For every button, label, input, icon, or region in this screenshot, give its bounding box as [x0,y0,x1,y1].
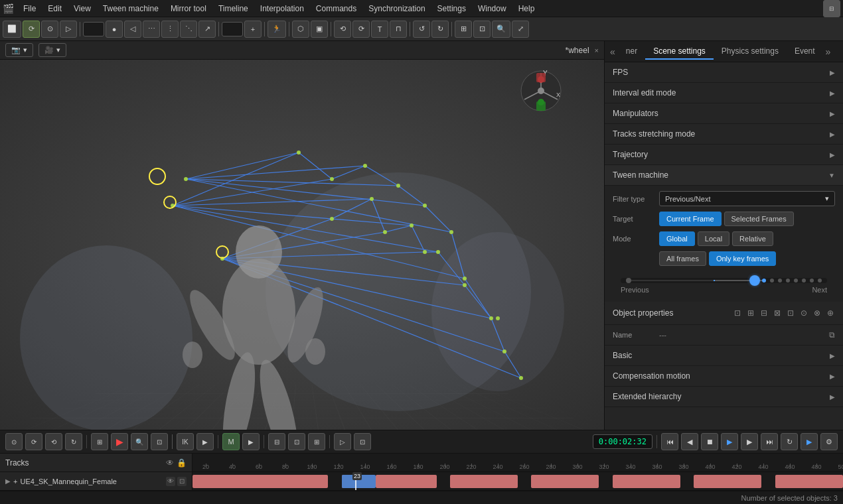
panel-nav-prev[interactable]: « [607,44,618,60]
pb-tool13[interactable]: ▷ [334,433,351,450]
name-edit-icon[interactable]: ⧉ [829,330,835,340]
tool-ik1[interactable]: ⟲ [334,21,351,38]
track-expand-icon[interactable]: ▶ [5,477,11,485]
mode-relative-btn[interactable]: Relative [732,231,773,246]
pb-tool6[interactable]: 🔍 [131,433,148,450]
viewport-close-btn[interactable]: × [595,46,599,54]
tween-machine-header[interactable]: Tween machine ▼ [605,165,843,186]
play-tool[interactable]: ▷ [60,21,77,38]
obj-props-icon5[interactable]: ⊡ [786,307,795,319]
tool-bracket[interactable]: ⊓ [390,21,407,38]
select-tool[interactable]: ⬜ [3,21,21,38]
pb-settings[interactable]: ⚙ [820,433,838,450]
tool-cam2[interactable]: ▣ [311,21,328,38]
pb-m[interactable]: M [222,433,240,450]
tween-slider-track[interactable] [621,278,827,283]
tool-dots3[interactable]: ⋱ [180,21,197,38]
pb-tool12[interactable]: ⊞ [308,433,325,450]
obj-props-icon2[interactable]: ⊞ [746,307,755,319]
target-selected-frames-btn[interactable]: Selected Frames [724,212,794,226]
tab-physics[interactable]: Physics settings [714,44,787,60]
pb-stop[interactable]: ⏹ [701,433,718,450]
window-controls[interactable]: ⊟ [823,0,840,17]
tool-fit[interactable]: ⊡ [473,21,491,38]
panel-nav-next[interactable]: » [823,44,834,60]
pb-tool9[interactable]: ▶ [242,433,260,450]
pb-tool15[interactable]: ▶ [801,433,818,450]
tool-expand[interactable]: ⤢ [512,21,529,38]
pb-tool11[interactable]: ⊡ [288,433,305,450]
menu-interpolation[interactable]: Interpolation [255,3,309,15]
number-input[interactable]: 7 [83,22,104,36]
pb-next-frame[interactable]: ▶ [741,433,758,450]
section-basic[interactable]: Basic ▶ [605,346,843,366]
tool-prev[interactable]: ◁ [124,21,141,38]
obj-props-icon3[interactable]: ⊟ [759,307,769,319]
kf-block-pink[interactable] [450,475,518,488]
section-interval-edit[interactable]: Interval edit mode ▶ [605,83,843,103]
section-compensation[interactable]: Compensation motion ▶ [605,366,843,387]
tool-person[interactable]: 🏃 [268,21,286,38]
obj-props-icon7[interactable]: ⊗ [812,307,822,319]
kf-block-pink[interactable] [775,475,843,488]
tool-arrow[interactable]: ↗ [198,21,216,38]
timeline-ruler[interactable]: 2040608010012014016018020022024026028030… [192,454,843,472]
menu-file[interactable]: File [18,3,41,15]
viewport-cam-btn[interactable]: 📷 ▾ [5,43,33,57]
pb-tool10[interactable]: ⊟ [268,433,285,450]
menu-mirror[interactable]: Mirror tool [165,3,212,15]
viewport-content[interactable]: Y X [0,60,604,430]
tool-undo[interactable]: ↺ [413,21,430,38]
section-tracks-stretch[interactable]: Tracks stretching mode ▶ [605,124,843,145]
tl-eye-icon[interactable]: 👁 [166,458,174,468]
kf-block-pink[interactable] [376,475,437,488]
pb-tool8[interactable]: ▶ [196,433,214,450]
pb-loop[interactable]: ↻ [781,433,798,450]
target-current-frame-btn[interactable]: Current Frame [659,212,722,226]
menu-timeline[interactable]: Timeline [213,3,254,15]
pb-skip-start[interactable]: ⏮ [661,433,678,450]
pb-tool3[interactable]: ⟲ [45,433,62,450]
track-vis-eye[interactable]: 👁 [166,477,175,486]
tool-dots2[interactable]: ⋮ [161,21,179,38]
target-tool[interactable]: ⊙ [41,21,58,38]
section-trajectory[interactable]: Trajectory ▶ [605,145,843,165]
tool-ik2[interactable]: ⟳ [352,21,370,38]
pb-tool2[interactable]: ⟳ [25,433,42,450]
viewport-vid-btn[interactable]: 🎥 ▾ [38,43,66,57]
tool-zoom[interactable]: 🔍 [492,21,510,38]
tool-T[interactable]: T [371,21,388,38]
pb-record[interactable]: ▶ [111,433,128,450]
tool-grid[interactable]: ⊞ [455,21,472,38]
pb-tool5[interactable]: ⊞ [91,433,108,450]
pb-prev-frame[interactable]: ◀ [681,433,698,450]
tab-ner[interactable]: ner [618,44,645,60]
menu-view[interactable]: View [68,3,96,15]
viewport-gizmo[interactable]: Y X [518,68,564,114]
section-manipulators[interactable]: Manipulators ▶ [605,103,843,124]
only-keyframes-btn[interactable]: Only key frames [709,251,776,266]
menu-tween[interactable]: Tween machine [98,3,164,15]
menu-window[interactable]: Window [473,3,512,15]
pb-play[interactable]: ▶ [721,433,738,450]
pb-tool1[interactable]: ⊙ [5,433,23,450]
section-extended-hierarchy[interactable]: Extended hierarchy ▶ [605,387,843,407]
kf-block-pink[interactable] [613,475,680,488]
obj-props-icon4[interactable]: ⊠ [773,307,782,319]
kf-block-pink[interactable] [192,475,328,488]
tab-event[interactable]: Event [787,44,823,60]
menu-help[interactable]: Help [513,3,540,15]
pb-tool4[interactable]: ↻ [65,433,82,450]
tool-plus[interactable]: + [244,21,262,38]
tool-circle[interactable]: ● [106,21,123,38]
track-content[interactable]: 23 [192,472,843,490]
number-input2[interactable]: 1 [222,22,243,36]
obj-props-icon1[interactable]: ⊡ [733,307,742,319]
tool-dots1[interactable]: ⋯ [143,21,160,38]
obj-props-icon8[interactable]: ⊕ [826,307,835,319]
menu-edit[interactable]: Edit [42,3,67,15]
pb-skip-end[interactable]: ⏭ [761,433,778,450]
tool-cam1[interactable]: ⬡ [292,21,309,38]
all-frames-btn[interactable]: All frames [659,251,706,266]
menu-commands[interactable]: Commands [311,3,362,15]
